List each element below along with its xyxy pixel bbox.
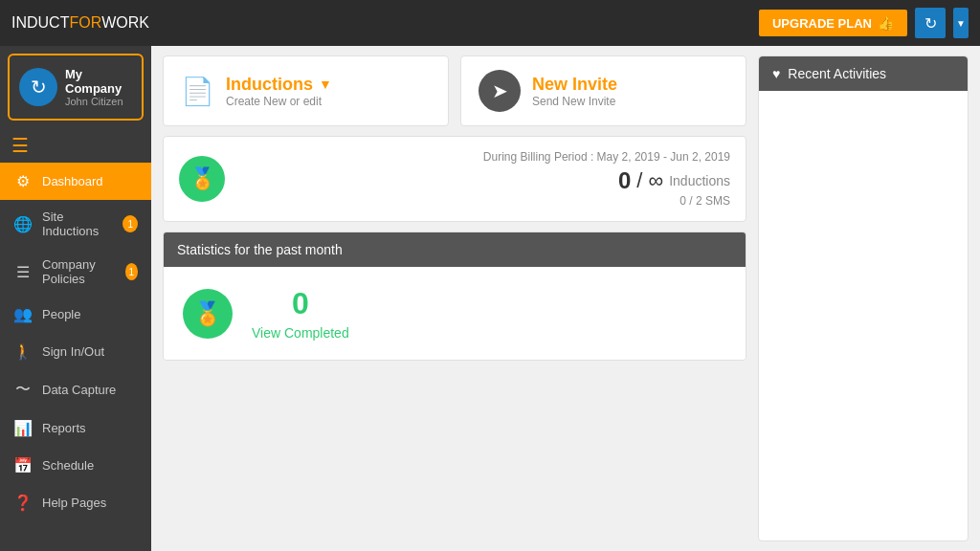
recent-header: ♥ Recent Activities <box>759 56 968 91</box>
action-cards: 📄 Inductions ▼ Create New or edit ➤ New … <box>151 46 758 136</box>
company-name: My Company <box>65 67 132 96</box>
main-layout: ↻ My Company John Citizen ☰ ⚙ Dashboard … <box>0 46 980 551</box>
reports-icon: 📊 <box>13 419 33 437</box>
recent-label: Recent Activities <box>788 66 886 81</box>
content-main: 📄 Inductions ▼ Create New or edit ➤ New … <box>151 46 758 551</box>
caret-icon: ▼ <box>319 77 332 92</box>
sidebar-item-label: Reports <box>42 421 86 435</box>
sidebar-item-site-inductions[interactable]: 🌐 Site Inductions 1 <box>0 200 151 248</box>
policies-icon: ☰ <box>13 263 33 281</box>
upgrade-label: UPGRADE PLAN <box>772 16 872 31</box>
data-capture-icon: 〜 <box>13 380 33 400</box>
schedule-icon: 📅 <box>13 456 33 474</box>
upgrade-button[interactable]: UPGRADE PLAN 👍 <box>759 10 907 36</box>
sidebar-item-label: Site Inductions <box>42 209 113 238</box>
billing-period: During Billing Period : May 2, 2019 - Ju… <box>240 150 730 164</box>
invite-label: New Invite <box>532 75 617 95</box>
invite-sub: Send New Invite <box>532 95 617 108</box>
sidebar-item-reports[interactable]: 📊 Reports <box>0 409 151 447</box>
heart-icon: ♥ <box>772 66 780 81</box>
sidebar-item-sign-in-out[interactable]: 🚶 Sign In/Out <box>0 333 151 370</box>
statistics-section: Statistics for the past month 🏅 0 View C… <box>163 231 746 361</box>
avatar: ↻ <box>19 68 57 106</box>
inductions-card-text: Inductions ▼ Create New or edit <box>226 75 332 108</box>
invite-icon: ➤ <box>479 70 521 112</box>
people-icon: 👥 <box>13 305 33 323</box>
invite-card-text: New Invite Send New Invite <box>532 75 617 108</box>
sidebar-item-label: Schedule <box>42 458 94 473</box>
logo-induct: INDUCT <box>11 14 69 32</box>
statistics-header: Statistics for the past month <box>164 232 746 267</box>
user-profile[interactable]: ↻ My Company John Citizen <box>8 54 144 121</box>
refresh-button[interactable]: ↻ <box>915 8 946 38</box>
sidebar-item-people[interactable]: 👥 People <box>0 296 151 333</box>
sidebar-item-label: Data Capture <box>42 383 116 397</box>
inductions-zero: 0 <box>618 167 631 194</box>
inductions-sep: / <box>636 168 642 193</box>
inductions-label: Inductions <box>669 173 730 188</box>
badge: 1 <box>125 263 138 280</box>
billing-info: During Billing Period : May 2, 2019 - Ju… <box>240 150 730 208</box>
inductions-count: 0 / ∞ Inductions <box>240 167 730 194</box>
sign-in-icon: 🚶 <box>13 342 33 361</box>
content-right: 📄 Inductions ▼ Create New or edit ➤ New … <box>151 46 980 551</box>
logo: INDUCTFOR WORK <box>11 14 149 32</box>
logo-for: FOR <box>69 14 101 32</box>
dashboard-icon: ⚙ <box>13 172 33 190</box>
hamburger-area[interactable]: ☰ <box>0 128 151 163</box>
help-icon: ❓ <box>13 494 33 512</box>
globe-icon: 🌐 <box>13 215 33 233</box>
user-info: My Company John Citizen <box>65 67 132 107</box>
logo-work: WORK <box>101 14 149 32</box>
sidebar: ↻ My Company John Citizen ☰ ⚙ Dashboard … <box>0 46 151 551</box>
right-panel: ♥ Recent Activities <box>758 55 969 541</box>
billing-badge: 🏅 <box>179 156 225 202</box>
invite-card[interactable]: ➤ New Invite Send New Invite <box>460 55 746 126</box>
topbar: INDUCTFOR WORK UPGRADE PLAN 👍 ↻ ▼ <box>0 0 980 46</box>
sidebar-item-label: Company Policies <box>42 257 116 286</box>
thumb-icon: 👍 <box>878 15 894 31</box>
sidebar-item-label: People <box>42 307 80 321</box>
inductions-inf: ∞ <box>648 168 663 193</box>
inductions-icon: 📄 <box>181 76 214 107</box>
topbar-right: UPGRADE PLAN 👍 ↻ ▼ <box>759 8 969 38</box>
dropdown-button[interactable]: ▼ <box>953 8 969 38</box>
sidebar-item-label: Dashboard <box>42 174 103 188</box>
sidebar-item-help-pages[interactable]: ❓ Help Pages <box>0 484 151 521</box>
user-name: John Citizen <box>65 96 132 107</box>
stats-badge: 🏅 <box>183 289 233 339</box>
sidebar-item-data-capture[interactable]: 〜 Data Capture <box>0 370 151 409</box>
billing-stats: 🏅 During Billing Period : May 2, 2019 - … <box>163 136 746 222</box>
sidebar-item-schedule[interactable]: 📅 Schedule <box>0 447 151 484</box>
sidebar-item-company-policies[interactable]: ☰ Company Policies 1 <box>0 248 151 296</box>
stats-view: 0 View Completed <box>252 286 349 341</box>
inductions-card[interactable]: 📄 Inductions ▼ Create New or edit <box>163 55 449 126</box>
statistics-body: 🏅 0 View Completed <box>164 267 746 360</box>
hamburger-icon: ☰ <box>11 134 29 157</box>
recent-body <box>759 91 968 540</box>
badge: 1 <box>122 215 138 232</box>
inductions-label: Inductions <box>226 75 313 95</box>
sms-count: 0 / 2 SMS <box>240 194 730 208</box>
sidebar-item-label: Help Pages <box>42 496 106 510</box>
stats-count: 0 <box>292 286 309 321</box>
sidebar-item-label: Sign In/Out <box>42 344 104 359</box>
sidebar-item-dashboard[interactable]: ⚙ Dashboard <box>0 163 151 200</box>
inductions-sub: Create New or edit <box>226 95 332 108</box>
view-completed[interactable]: View Completed <box>252 325 349 341</box>
